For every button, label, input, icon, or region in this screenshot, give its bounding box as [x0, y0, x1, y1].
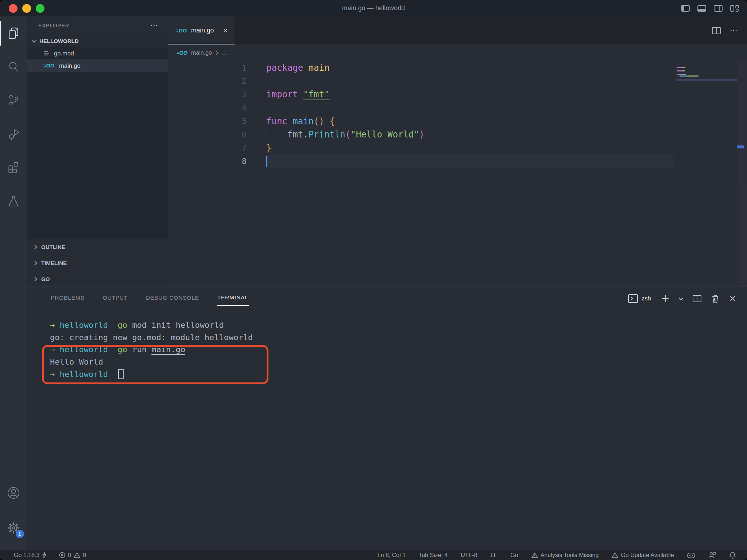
close-panel-icon[interactable]: ✕: [729, 294, 736, 303]
terminal-line-3: → helloworld go run main.go: [50, 343, 747, 356]
toggle-panel-icon[interactable]: [697, 5, 706, 12]
search-icon: [7, 60, 20, 73]
terminal-icon: [628, 294, 638, 303]
code-text: [247, 156, 267, 167]
breadcrumb-symbol[interactable]: …: [221, 50, 227, 56]
minimize-window-button[interactable]: [22, 4, 31, 13]
sidebar-item-extensions[interactable]: [0, 160, 27, 175]
breadcrumb[interactable]: GO main.go …: [168, 44, 747, 61]
line-number: 5: [168, 117, 247, 126]
toggle-secondary-sidebar-icon[interactable]: [714, 5, 723, 12]
svg-text:GO: GO: [179, 28, 187, 34]
sidebar-item-explorer[interactable]: [0, 26, 27, 40]
titlebar: main.go — helloworld: [0, 0, 747, 16]
code-line-5[interactable]: 5func main() {: [168, 114, 747, 128]
minimap[interactable]: [677, 67, 737, 81]
accounts-button[interactable]: [0, 486, 27, 500]
code-text: import "fmt": [247, 89, 329, 100]
sidebar-item-run-debug[interactable]: [0, 127, 27, 141]
tree-folder-helloworld[interactable]: HELLOWORLD: [27, 35, 168, 47]
code-line-6[interactable]: 6 fmt.Println("Hello World"): [168, 128, 747, 141]
testing-flask-icon: [7, 194, 20, 207]
run-debug-icon: [7, 127, 20, 140]
svg-text:GO: GO: [179, 50, 188, 56]
sidebar-item-source-control[interactable]: [0, 93, 27, 108]
source-control-icon: [7, 94, 20, 107]
customize-layout-icon[interactable]: [730, 5, 739, 12]
code-area[interactable]: 1package main23import "fmt"45func main()…: [168, 61, 747, 287]
status-cursor-position[interactable]: Ln 8, Col 1: [378, 552, 406, 559]
status-eol[interactable]: LF: [491, 552, 498, 559]
code-line-4[interactable]: 4: [168, 101, 747, 115]
code-text: package main: [247, 63, 329, 73]
sidebar-section-go[interactable]: GO: [27, 271, 168, 287]
go-file-icon: GO: [176, 28, 187, 34]
chevron-right-icon: [214, 51, 218, 55]
explorer-title: EXPLORER: [38, 23, 69, 28]
settings-button[interactable]: 1: [0, 521, 27, 535]
code-line-7[interactable]: 7}: [168, 141, 747, 155]
line-number: 3: [168, 90, 247, 99]
terminal-line-1: → helloworld go mod init helloworld: [50, 319, 747, 331]
sidebar-item-search[interactable]: [0, 59, 27, 74]
code-line-2[interactable]: 2: [168, 75, 747, 88]
tree-file-maingo[interactable]: GO main.go: [27, 59, 168, 72]
toggle-sidebar-icon[interactable]: [681, 5, 690, 12]
panel-tab-debug-console[interactable]: DEBUG CONSOLE: [145, 292, 200, 306]
sidebar-section-outline[interactable]: OUTLINE: [27, 239, 168, 255]
terminal-line-2: go: creating new go.mod: module hellowor…: [50, 331, 747, 344]
tab-close-icon[interactable]: ✕: [223, 27, 228, 34]
lightning-icon: [42, 552, 47, 559]
sidebar-section-timeline[interactable]: TIMELINE: [27, 255, 168, 271]
status-encoding[interactable]: UTF-8: [461, 552, 477, 559]
panel-tab-terminal[interactable]: TERMINAL: [217, 291, 249, 306]
feedback-icon[interactable]: [708, 552, 716, 559]
tree-file-gomod[interactable]: go.mod: [27, 47, 168, 59]
code-line-3[interactable]: 3import "fmt": [168, 88, 747, 101]
code-line-1[interactable]: 1package main: [168, 61, 747, 75]
kill-terminal-trash-icon[interactable]: [711, 295, 719, 303]
bottom-panel: PROBLEMSOUTPUTDEBUG CONSOLETERMINAL zsh …: [27, 287, 747, 550]
new-terminal-icon[interactable]: +: [661, 295, 669, 302]
explorer-more-actions-icon[interactable]: ⋯: [150, 21, 158, 30]
go-file-icon: GO: [43, 63, 55, 69]
tab-maingo[interactable]: GO main.go ✕: [168, 16, 235, 44]
vscode-window: main.go — helloworld: [0, 0, 747, 560]
bell-icon[interactable]: [729, 552, 736, 559]
terminal-dropdown-icon[interactable]: [679, 296, 684, 300]
shell-label: zsh: [642, 295, 651, 302]
editor-group: GO main.go ✕ ⋯ GO main.go … 1package mai…: [168, 16, 747, 287]
file-tree: HELLOWORLD go.mod GO main.go: [27, 35, 168, 239]
editor-more-actions-icon[interactable]: ⋯: [730, 26, 738, 35]
status-analysis-tools[interactable]: Analysis Tools Missing: [531, 552, 599, 559]
sidebar-sections: OUTLINETIMELINEGO: [27, 239, 168, 287]
status-problems[interactable]: 0 0: [59, 552, 86, 559]
status-go-version[interactable]: Go 1.18.3: [14, 552, 47, 559]
error-icon: [59, 552, 65, 558]
split-editor-icon[interactable]: [712, 27, 721, 34]
warning-icon: [531, 552, 538, 558]
close-window-button[interactable]: [9, 4, 18, 13]
status-tab-size[interactable]: Tab Size: 4: [419, 552, 448, 559]
panel-tab-problems[interactable]: PROBLEMS: [50, 292, 85, 306]
terminal-output[interactable]: → helloworld go mod init helloworldgo: c…: [27, 310, 747, 380]
account-icon: [7, 486, 20, 500]
chevron-right-icon: [32, 277, 37, 281]
warning-icon: [74, 552, 80, 558]
zoom-window-button[interactable]: [36, 4, 44, 13]
breadcrumb-file[interactable]: main.go: [191, 50, 212, 56]
settings-badge: 1: [16, 530, 24, 538]
sidebar-item-testing[interactable]: [0, 194, 27, 208]
go-file-icon: GO: [177, 50, 188, 56]
text-file-icon: [43, 51, 50, 56]
code-line-8[interactable]: 8: [168, 155, 747, 168]
panel-tab-output[interactable]: OUTPUT: [102, 292, 129, 306]
editor-cursor: [266, 156, 267, 167]
status-go-update[interactable]: Go Update Available: [612, 552, 674, 559]
line-number: 8: [168, 157, 247, 166]
terminal-instance-picker[interactable]: zsh: [628, 294, 651, 303]
editor-scrollbar[interactable]: [737, 61, 747, 287]
status-language[interactable]: Go: [510, 552, 518, 559]
copilot-icon[interactable]: [687, 552, 695, 559]
split-terminal-icon[interactable]: [693, 295, 701, 302]
